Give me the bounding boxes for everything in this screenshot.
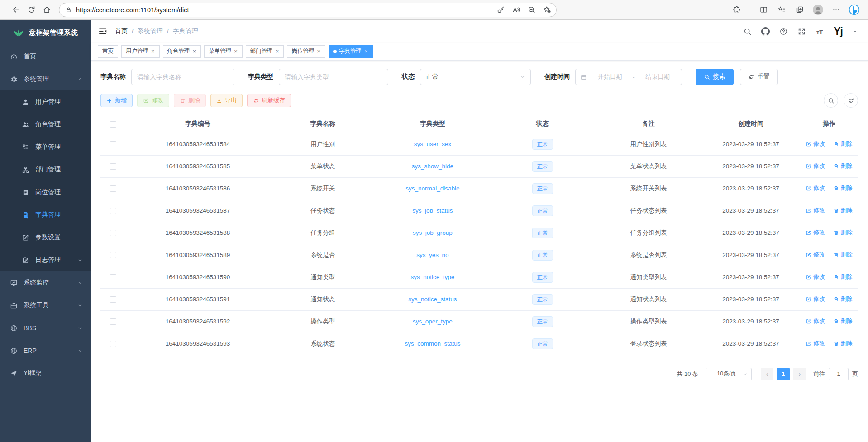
sidebar-item-bbs[interactable]: BBS xyxy=(0,317,91,339)
date-range-picker[interactable]: 开始日期 - 结束日期 xyxy=(575,69,682,85)
sidebar-item-home[interactable]: 首页 xyxy=(0,45,91,68)
dict-name-input[interactable] xyxy=(131,69,234,85)
sidebar-item-dept[interactable]: 部门管理 xyxy=(0,158,91,181)
zoom-out-icon[interactable] xyxy=(525,3,538,17)
page-size-select[interactable]: 10条/页 xyxy=(706,368,752,380)
dict-type-link[interactable]: sys_notice_status xyxy=(408,296,457,303)
column-header[interactable]: 状态 xyxy=(490,115,596,133)
delete-button[interactable]: 删除 xyxy=(174,94,206,107)
row-delete-link[interactable]: 删除 xyxy=(833,162,853,170)
row-edit-link[interactable]: 修改 xyxy=(806,295,825,303)
search-button[interactable]: 搜索 xyxy=(696,69,734,85)
browser-back-button[interactable] xyxy=(8,2,24,18)
tab-close-icon[interactable]: × xyxy=(192,48,197,55)
sidebar-item-yi[interactable]: Yi框架 xyxy=(0,362,91,385)
extensions-icon[interactable] xyxy=(729,2,744,18)
row-edit-link[interactable]: 修改 xyxy=(806,140,825,148)
row-edit-link[interactable]: 修改 xyxy=(806,206,825,214)
row-edit-link[interactable]: 修改 xyxy=(806,317,825,325)
dict-type-link[interactable]: sys_yes_no xyxy=(416,252,448,258)
sidebar-item-post[interactable]: 岗位管理 xyxy=(0,181,91,204)
column-header[interactable]: 字典名称 xyxy=(270,115,376,133)
font-size-icon[interactable]: тT xyxy=(816,27,824,36)
sidebar-item-tools[interactable]: 系统工具 xyxy=(0,294,91,317)
sidebar-item-system[interactable]: 系统管理 xyxy=(0,68,91,90)
row-checkbox[interactable] xyxy=(110,185,116,192)
tab-部门管理[interactable]: 部门管理 × xyxy=(246,45,284,58)
dict-type-link[interactable]: sys_user_sex xyxy=(414,141,452,147)
row-delete-link[interactable]: 删除 xyxy=(833,228,853,237)
column-header[interactable]: 字典类型 xyxy=(376,115,489,133)
tab-close-icon[interactable]: × xyxy=(316,48,321,55)
sidebar-item-logs[interactable]: 日志管理 xyxy=(0,249,91,271)
next-page-button[interactable]: › xyxy=(793,368,806,380)
collections-icon[interactable] xyxy=(792,2,807,18)
tab-close-icon[interactable]: × xyxy=(275,48,280,55)
edit-button[interactable]: 修改 xyxy=(137,94,169,107)
bing-copilot-icon[interactable] xyxy=(846,2,862,18)
row-delete-link[interactable]: 删除 xyxy=(833,184,853,192)
sidebar-item-param[interactable]: 参数设置 xyxy=(0,226,91,249)
column-header[interactable]: 备注 xyxy=(596,115,701,133)
tab-角色管理[interactable]: 角色管理 × xyxy=(163,45,201,58)
goto-page-input[interactable] xyxy=(829,368,849,380)
row-checkbox[interactable] xyxy=(110,274,116,280)
prev-page-button[interactable]: ‹ xyxy=(761,368,773,380)
row-checkbox[interactable] xyxy=(110,341,116,347)
dict-type-link[interactable]: sys_notice_type xyxy=(411,274,455,280)
browser-reload-button[interactable] xyxy=(24,2,39,18)
row-edit-link[interactable]: 修改 xyxy=(806,184,825,192)
row-checkbox[interactable] xyxy=(110,141,116,147)
column-header[interactable]: 操作 xyxy=(800,115,858,133)
refresh-table-button[interactable] xyxy=(844,93,858,108)
dict-type-link[interactable]: sys_normal_disable xyxy=(405,185,459,192)
help-icon[interactable] xyxy=(779,27,788,36)
github-icon[interactable] xyxy=(761,27,770,36)
browser-menu-icon[interactable] xyxy=(828,2,844,18)
export-button[interactable]: 导出 xyxy=(210,94,243,107)
tab-close-icon[interactable]: × xyxy=(234,48,238,55)
row-delete-link[interactable]: 删除 xyxy=(833,317,853,325)
row-checkbox[interactable] xyxy=(110,296,116,303)
dict-type-link[interactable]: sys_show_hide xyxy=(412,163,453,170)
user-menu-caret-icon[interactable] xyxy=(852,29,858,34)
browser-home-button[interactable] xyxy=(39,2,54,18)
tab-菜单管理[interactable]: 菜单管理 × xyxy=(204,45,243,58)
breadcrumb-home[interactable]: 首页 xyxy=(115,27,128,35)
tab-岗位管理[interactable]: 岗位管理 × xyxy=(287,45,325,58)
tab-字典管理[interactable]: 字典管理 × xyxy=(329,45,373,58)
status-select[interactable]: 正常 xyxy=(420,69,531,85)
row-delete-link[interactable]: 删除 xyxy=(833,140,853,148)
sidebar-item-monitor[interactable]: 系统监控 xyxy=(0,271,91,294)
dict-type-link[interactable]: sys_oper_type xyxy=(413,318,453,325)
row-edit-link[interactable]: 修改 xyxy=(806,228,825,237)
sidebar-item-menu[interactable]: 菜单管理 xyxy=(0,136,91,158)
sidebar-item-role[interactable]: 角色管理 xyxy=(0,113,91,136)
row-checkbox[interactable] xyxy=(110,230,116,236)
address-bar[interactable]: https://ccnetcore.com:1101/system/dict xyxy=(59,3,557,17)
tab-首页[interactable]: 首页 xyxy=(98,45,118,58)
refresh-cache-button[interactable]: 刷新缓存 xyxy=(247,94,291,107)
password-key-icon[interactable] xyxy=(494,3,507,17)
row-delete-link[interactable]: 删除 xyxy=(833,339,853,347)
tab-close-icon[interactable]: × xyxy=(364,48,368,55)
row-edit-link[interactable]: 修改 xyxy=(806,162,825,170)
dict-type-link[interactable]: sys_job_status xyxy=(412,207,453,214)
reset-button[interactable]: 重置 xyxy=(740,69,778,85)
app-logo[interactable]: 意框架管理系统 xyxy=(0,20,91,45)
row-edit-link[interactable]: 修改 xyxy=(806,339,825,347)
split-screen-icon[interactable] xyxy=(756,2,771,18)
sidebar-item-erp[interactable]: ERP xyxy=(0,339,91,362)
dict-type-link[interactable]: sys_common_status xyxy=(405,340,460,347)
row-delete-link[interactable]: 删除 xyxy=(833,206,853,214)
url-text[interactable]: https://ccnetcore.com:1101/system/dict xyxy=(76,6,494,14)
column-header[interactable]: 创建时间 xyxy=(701,115,800,133)
add-button[interactable]: 新增 xyxy=(100,94,133,107)
browser-profile-avatar[interactable] xyxy=(810,2,825,18)
row-edit-link[interactable]: 修改 xyxy=(806,251,825,259)
tab-用户管理[interactable]: 用户管理 × xyxy=(121,45,160,58)
row-delete-link[interactable]: 删除 xyxy=(833,273,853,281)
row-checkbox[interactable] xyxy=(110,252,116,258)
row-checkbox[interactable] xyxy=(110,318,116,325)
row-delete-link[interactable]: 删除 xyxy=(833,295,853,303)
